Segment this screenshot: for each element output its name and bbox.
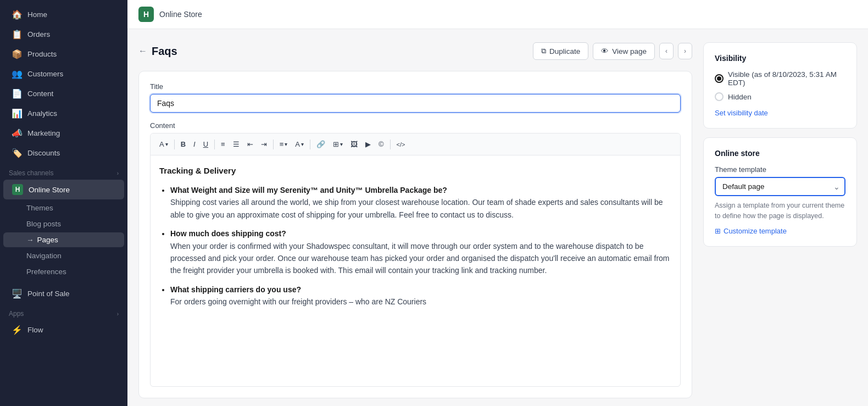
align-btn[interactable]: ≡ ▾ <box>276 138 291 151</box>
visibility-visible-option[interactable]: Visible (as of 8/10/2023, 5:31 AM EDT) <box>715 70 845 87</box>
underline-btn[interactable]: U <box>200 138 212 151</box>
content-area: ← Faqs ⧉ Duplicate 👁 View page ‹ <box>127 29 868 406</box>
home-icon: 🏠 <box>12 9 22 19</box>
sidebar-item-preferences[interactable]: Preferences <box>3 264 124 279</box>
font-size-label: A <box>159 140 164 148</box>
next-button[interactable]: › <box>678 43 692 59</box>
analytics-icon: 📊 <box>12 108 22 118</box>
font-dropdown-icon: ▾ <box>165 141 168 147</box>
sidebar-item-customers-label: Customers <box>27 70 63 78</box>
content-icon: 📄 <box>12 88 22 98</box>
discounts-icon: 🏷️ <box>12 148 22 158</box>
sidebar-item-analytics[interactable]: 📊 Analytics <box>3 104 124 123</box>
sidebar: 🏠 Home 📋 Orders 📦 Products 👥 Customers 📄… <box>0 0 127 406</box>
toolbar-separator-3 <box>273 140 274 149</box>
sidebar-item-pos-label: Point of Sale <box>27 290 70 298</box>
list-item-2: How much does shipping cost? When your o… <box>170 227 671 277</box>
title-input[interactable] <box>150 94 681 113</box>
orders-icon: 📋 <box>12 29 22 39</box>
sidebar-item-analytics-label: Analytics <box>27 109 57 118</box>
font-size-btn[interactable]: A ▾ <box>156 138 171 151</box>
page-content-card: Title Content A ▾ B I <box>138 71 692 398</box>
ordered-list-btn[interactable]: ☰ <box>230 138 243 151</box>
apps-chevron[interactable]: › <box>117 311 119 317</box>
sidebar-item-orders[interactable]: 📋 Orders <box>3 25 124 43</box>
customize-icon: ⊞ <box>715 227 721 235</box>
sidebar-item-discounts[interactable]: 🏷️ Discounts <box>3 143 124 162</box>
visibility-card: Visibility Visible (as of 8/10/2023, 5:3… <box>703 42 857 129</box>
link-btn[interactable]: 🔗 <box>313 138 329 151</box>
topbar: H Online Store <box>127 0 868 29</box>
visibility-options: Visible (as of 8/10/2023, 5:31 AM EDT) H… <box>715 70 845 101</box>
sidebar-item-products-label: Products <box>27 50 57 58</box>
sidebar-item-themes[interactable]: Themes <box>3 201 124 215</box>
template-description: Assign a template from your current them… <box>715 201 845 221</box>
table-btn[interactable]: ⊞ ▾ <box>330 138 346 151</box>
italic-btn[interactable]: I <box>190 138 199 151</box>
sidebar-item-content-label: Content <box>27 90 53 98</box>
theme-template-select[interactable]: Default page Custom template <box>715 177 845 196</box>
flow-icon: ⚡ <box>12 325 22 335</box>
list-item-3: What shipping carriers do you use? For o… <box>170 283 671 308</box>
sidebar-item-orders-label: Orders <box>27 30 50 38</box>
sales-channels-section: Sales channels › <box>0 163 127 179</box>
store-logo: H <box>138 7 154 22</box>
right-panel: Visibility Visible (as of 8/10/2023, 5:3… <box>703 42 857 393</box>
customize-template-link[interactable]: ⊞ Customize template <box>715 227 845 235</box>
marketing-icon: 📣 <box>12 128 22 138</box>
center-panel: ← Faqs ⧉ Duplicate 👁 View page ‹ <box>138 42 692 393</box>
theme-template-label: Theme template <box>715 165 845 174</box>
toolbar-separator-4 <box>310 140 310 149</box>
sidebar-item-customers[interactable]: 👥 Customers <box>3 64 124 83</box>
source-btn[interactable]: </> <box>393 139 409 150</box>
eye-icon: 👁 <box>601 47 609 55</box>
online-store-card: Online store Theme template Default page… <box>703 137 857 247</box>
sidebar-item-pages[interactable]: → Pages <box>3 232 124 247</box>
sidebar-item-marketing-label: Marketing <box>27 129 60 137</box>
visibility-title: Visibility <box>715 54 845 63</box>
hidden-radio[interactable] <box>715 92 724 101</box>
sidebar-item-pos[interactable]: 🖥️ Point of Sale <box>3 284 124 303</box>
sidebar-item-online-store-label: Online Store <box>29 186 70 194</box>
sidebar-item-online-store[interactable]: H Online Store <box>3 180 124 199</box>
sidebar-item-content[interactable]: 📄 Content <box>3 84 124 103</box>
page-title: Faqs <box>152 45 177 58</box>
unordered-list-btn[interactable]: ≡ <box>218 138 229 151</box>
toolbar-separator-5 <box>390 140 391 149</box>
editor-heading: Tracking & Delivery <box>159 164 671 177</box>
sales-channels-chevron[interactable]: › <box>117 170 119 176</box>
emoji-btn[interactable]: © <box>375 138 387 151</box>
view-page-button[interactable]: 👁 View page <box>593 43 655 60</box>
image-btn[interactable]: 🖼 <box>347 138 361 151</box>
visible-radio[interactable] <box>715 74 724 83</box>
page-header-right: ⧉ Duplicate 👁 View page ‹ › <box>533 42 692 60</box>
indent-btn[interactable]: ⇥ <box>258 138 270 151</box>
duplicate-button[interactable]: ⧉ Duplicate <box>533 42 588 60</box>
online-store-title: Online store <box>715 149 845 158</box>
sidebar-item-home[interactable]: 🏠 Home <box>3 5 124 24</box>
hidden-label: Hidden <box>728 93 752 101</box>
title-field-label: Title <box>150 82 681 91</box>
outdent-btn[interactable]: ⇤ <box>244 138 257 151</box>
list-item-1: What Weight and Size will my Serenity™ a… <box>170 184 671 221</box>
set-visibility-date-link[interactable]: Set visibility date <box>715 109 768 117</box>
text-color-btn[interactable]: A ▾ <box>292 138 307 151</box>
sidebar-item-marketing[interactable]: 📣 Marketing <box>3 124 124 142</box>
bold-btn[interactable]: B <box>177 138 189 151</box>
visibility-hidden-option[interactable]: Hidden <box>715 92 845 101</box>
align-dropdown-icon: ▾ <box>285 141 287 147</box>
video-btn[interactable]: ▶ <box>362 138 374 151</box>
editor-list: What Weight and Size will my Serenity™ a… <box>159 184 671 308</box>
sidebar-item-products[interactable]: 📦 Products <box>3 45 124 63</box>
editor-body[interactable]: Tracking & Delivery What Weight and Size… <box>151 155 680 386</box>
page-header-left: ← Faqs <box>138 45 177 58</box>
visible-label: Visible (as of 8/10/2023, 5:31 AM EDT) <box>728 70 845 87</box>
back-button[interactable]: ← <box>138 46 147 56</box>
online-store-icon: H <box>12 184 23 195</box>
sidebar-item-home-label: Home <box>27 10 47 19</box>
text-color-dropdown-icon: ▾ <box>301 141 304 147</box>
prev-button[interactable]: ‹ <box>659 43 674 59</box>
sidebar-item-blog-posts[interactable]: Blog posts <box>3 216 124 231</box>
sidebar-item-flow[interactable]: ⚡ Flow <box>3 320 124 339</box>
sidebar-item-navigation[interactable]: Navigation <box>3 248 124 263</box>
